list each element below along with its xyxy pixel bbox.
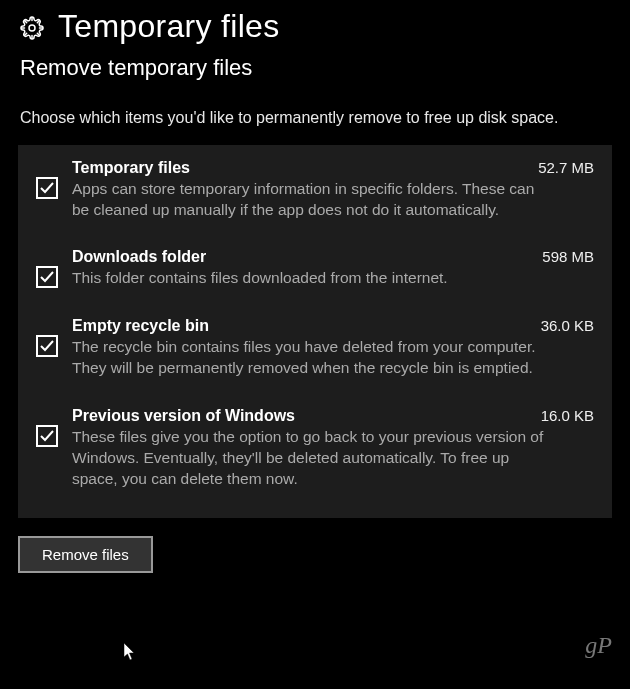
gear-icon (20, 10, 44, 44)
item-body: Previous version of Windows 16.0 KB Thes… (72, 407, 594, 490)
item-title: Downloads folder (72, 248, 206, 266)
item-size: 16.0 KB (541, 407, 594, 424)
watermark: gP (585, 632, 612, 659)
page-subtitle: Remove temporary files (20, 55, 610, 81)
checkbox-recycle-bin[interactable] (36, 335, 58, 357)
list-item: Previous version of Windows 16.0 KB Thes… (36, 407, 594, 490)
item-description: Apps can store temporary information in … (72, 179, 552, 221)
item-body: Downloads folder 598 MB This folder cont… (72, 248, 594, 289)
list-item: Downloads folder 598 MB This folder cont… (36, 248, 594, 289)
item-title: Previous version of Windows (72, 407, 295, 425)
list-item: Empty recycle bin 36.0 KB The recycle bi… (36, 317, 594, 379)
item-description: These files give you the option to go ba… (72, 427, 552, 490)
item-body: Temporary files 52.7 MB Apps can store t… (72, 159, 594, 221)
item-size: 598 MB (542, 248, 594, 265)
cursor-icon (124, 643, 138, 665)
checkbox-downloads-folder[interactable] (36, 266, 58, 288)
item-title: Empty recycle bin (72, 317, 209, 335)
check-icon (40, 340, 54, 352)
remove-files-button[interactable]: Remove files (18, 536, 153, 573)
check-icon (40, 182, 54, 194)
list-item: Temporary files 52.7 MB Apps can store t… (36, 159, 594, 221)
checkbox-previous-windows[interactable] (36, 425, 58, 447)
check-icon (40, 430, 54, 442)
page-title: Temporary files (58, 8, 279, 45)
page-header: Temporary files (20, 8, 610, 45)
checkbox-temporary-files[interactable] (36, 177, 58, 199)
item-body: Empty recycle bin 36.0 KB The recycle bi… (72, 317, 594, 379)
item-description: This folder contains files downloaded fr… (72, 268, 552, 289)
items-panel: Temporary files 52.7 MB Apps can store t… (18, 145, 612, 518)
item-title: Temporary files (72, 159, 190, 177)
svg-point-0 (29, 25, 35, 31)
check-icon (40, 271, 54, 283)
item-size: 52.7 MB (538, 159, 594, 176)
instruction-text: Choose which items you'd like to permane… (20, 107, 580, 129)
item-description: The recycle bin contains files you have … (72, 337, 552, 379)
item-size: 36.0 KB (541, 317, 594, 334)
